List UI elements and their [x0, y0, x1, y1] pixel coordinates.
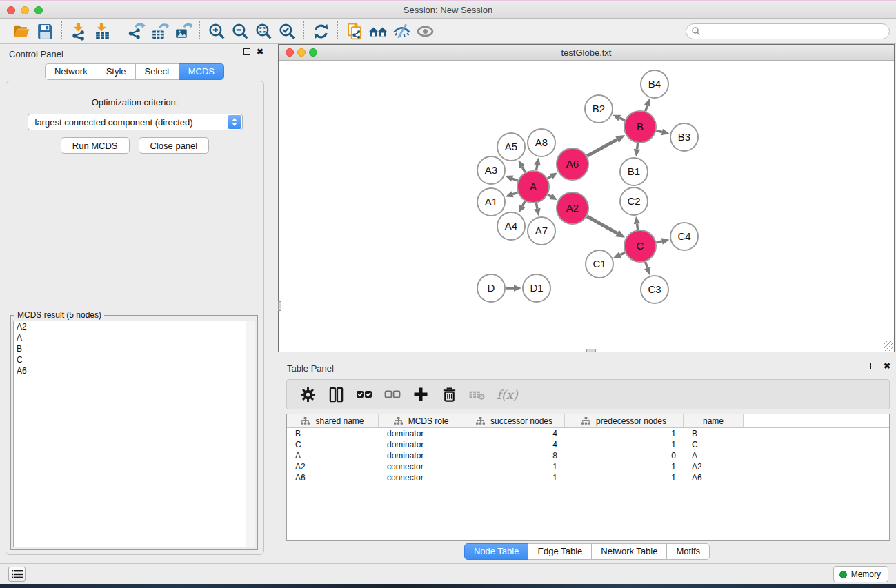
table-cell[interactable]: A6 — [287, 473, 379, 483]
table-cell[interactable]: A — [684, 451, 744, 460]
table-cell[interactable]: A2 — [287, 462, 379, 472]
save-session-icon[interactable] — [33, 20, 57, 42]
graph-edge[interactable] — [656, 130, 662, 132]
table-cell[interactable]: dominator — [379, 429, 464, 438]
table-cell[interactable]: connector — [379, 462, 464, 472]
graph-edge[interactable] — [536, 203, 537, 209]
task-history-button[interactable] — [8, 567, 26, 582]
table-cell[interactable]: 1 — [464, 473, 565, 483]
show-all-eye-icon[interactable] — [413, 20, 437, 42]
tab-network[interactable]: Network — [45, 63, 97, 80]
export-network-icon[interactable] — [124, 20, 148, 42]
table-cell[interactable]: 1 — [565, 429, 684, 438]
tab-motifs[interactable]: Motifs — [666, 543, 710, 560]
graph-edge[interactable] — [536, 165, 537, 170]
float-panel-icon[interactable] — [243, 48, 250, 55]
tab-style[interactable]: Style — [97, 63, 136, 80]
zoom-fit-icon[interactable] — [252, 20, 275, 42]
result-list-item[interactable]: A2 — [14, 321, 255, 332]
column-header[interactable]: predecessor nodes — [565, 414, 684, 427]
graph-edge[interactable] — [522, 167, 525, 172]
zoom-out-icon[interactable] — [228, 20, 252, 42]
column-header[interactable]: successor nodes — [464, 414, 565, 427]
table-cell[interactable]: A2 — [684, 462, 744, 472]
table-cell[interactable]: 4 — [464, 440, 565, 449]
node-table[interactable]: shared nameMCDS rolesuccessor nodesprede… — [286, 414, 890, 541]
table-cell[interactable]: connector — [379, 473, 464, 483]
table-cell[interactable]: 1 — [464, 462, 565, 472]
table-cell[interactable]: 4 — [464, 429, 565, 438]
graph-edge[interactable] — [656, 241, 661, 243]
table-cell[interactable]: 8 — [464, 451, 565, 460]
table-cell[interactable]: 1 — [565, 473, 684, 483]
table-row[interactable]: A6connector11A6 — [287, 472, 889, 483]
column-header[interactable]: MCDS role — [379, 414, 464, 427]
graph-edge[interactable] — [637, 143, 638, 150]
zoom-in-icon[interactable] — [205, 20, 228, 42]
mcds-result-list[interactable]: A2ABCA6 — [13, 321, 255, 547]
table-row[interactable]: Bdominator41B — [287, 428, 889, 439]
close-panel-icon[interactable]: ✖ — [884, 363, 890, 369]
column-header[interactable]: name — [684, 414, 744, 427]
apply-style-refresh-icon[interactable] — [309, 20, 332, 42]
unselect-all-rows-icon[interactable] — [384, 385, 401, 403]
graph-edge[interactable] — [522, 201, 525, 206]
result-list-item[interactable]: A — [14, 332, 255, 343]
tab-mcds[interactable]: MCDS — [179, 63, 224, 80]
table-cell[interactable]: A — [287, 451, 379, 460]
result-list-item[interactable]: A6 — [14, 365, 255, 376]
graph-edge[interactable] — [587, 216, 617, 234]
import-table-icon[interactable] — [90, 20, 114, 42]
network-canvas[interactable]: AA1A2A3A4A5A6A7A8BB1B2B3B4CC1C2C3C4DD1 — [279, 61, 894, 352]
graph-edge[interactable] — [512, 179, 518, 181]
table-cell[interactable]: 1 — [565, 462, 684, 472]
result-list-item[interactable]: B — [14, 343, 255, 354]
result-list-item[interactable]: C — [14, 354, 255, 365]
pane-collapse-handle[interactable] — [586, 349, 596, 352]
graph-edge[interactable] — [512, 192, 517, 194]
first-neighbors-icon[interactable] — [366, 20, 390, 42]
pane-collapse-handle[interactable] — [278, 301, 281, 311]
table-settings-gear-icon[interactable] — [299, 385, 317, 403]
table-cell[interactable]: C — [684, 440, 744, 449]
float-panel-icon[interactable] — [870, 363, 877, 369]
criterion-dropdown[interactable]: largest connected component (directed) — [28, 114, 243, 130]
tab-node-table[interactable]: Node Table — [464, 543, 529, 560]
tab-select[interactable]: Select — [135, 63, 179, 80]
network-window-titlebar[interactable]: testGlobe.txt — [279, 45, 894, 61]
table-row[interactable]: A2connector11A2 — [287, 461, 889, 472]
column-header[interactable]: shared name — [287, 414, 379, 427]
tab-network-table[interactable]: Network Table — [591, 543, 667, 560]
table-row[interactable]: Cdominator41C — [287, 439, 889, 450]
export-image-icon[interactable] — [171, 20, 195, 42]
export-table-icon[interactable] — [148, 20, 171, 42]
new-network-from-selection-icon[interactable] — [343, 20, 366, 42]
select-all-rows-icon[interactable] — [355, 385, 373, 403]
graph-edge[interactable] — [646, 262, 648, 268]
open-file-icon[interactable] — [10, 20, 33, 42]
result-list-scrollbar[interactable] — [246, 321, 255, 547]
graph-edge[interactable] — [548, 176, 551, 179]
graph-edge[interactable] — [619, 118, 625, 120]
graph-edge[interactable] — [587, 139, 617, 156]
zoom-selected-icon[interactable] — [275, 20, 299, 42]
window-resize-grip[interactable] — [884, 341, 893, 351]
table-row[interactable]: Adominator80A — [287, 450, 889, 461]
graph-edge[interactable] — [620, 253, 625, 255]
table-cell[interactable]: dominator — [379, 451, 464, 460]
table-cell[interactable]: C — [287, 440, 379, 449]
close-panel-icon[interactable]: ✖ — [257, 48, 263, 55]
delete-column-trash-icon[interactable] — [440, 385, 458, 403]
tab-edge-table[interactable]: Edge Table — [528, 543, 592, 560]
add-column-icon[interactable] — [412, 385, 430, 403]
graph-edge[interactable] — [646, 105, 648, 111]
import-network-icon[interactable] — [67, 20, 90, 42]
table-cell[interactable]: 0 — [565, 451, 684, 460]
graph-edge[interactable] — [548, 194, 550, 196]
table-cell[interactable]: dominator — [379, 440, 464, 449]
table-cell[interactable]: 1 — [565, 440, 684, 449]
graph-edge[interactable] — [637, 224, 638, 230]
table-cell[interactable]: A6 — [684, 473, 744, 483]
run-mcds-button[interactable]: Run MCDS — [61, 137, 130, 154]
close-panel-button[interactable]: Close panel — [139, 137, 210, 154]
